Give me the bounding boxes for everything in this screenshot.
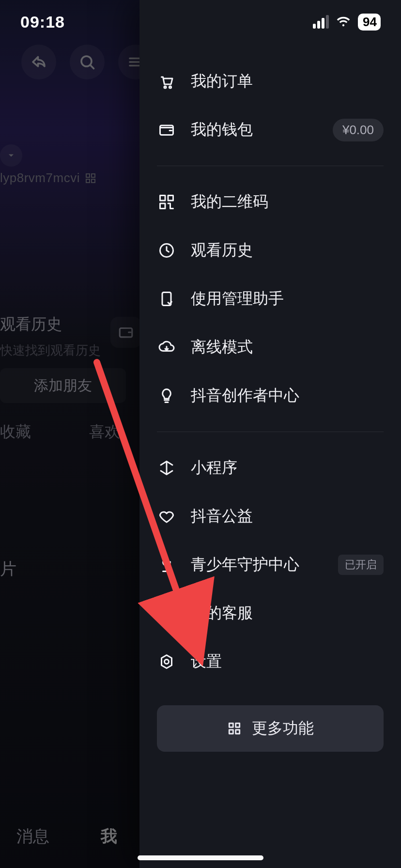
menu-mini-program[interactable]: 小程序 xyxy=(157,444,384,492)
menu-label: 抖音公益 xyxy=(191,506,384,527)
menu-label: 小程序 xyxy=(191,457,384,479)
divider xyxy=(157,166,384,166)
menu-usage-assistant[interactable]: 使用管理助手 xyxy=(157,275,384,323)
svg-rect-11 xyxy=(160,203,166,209)
menu-label: 我的二维码 xyxy=(191,191,384,213)
menu-label: 观看历史 xyxy=(191,240,384,261)
svg-rect-16 xyxy=(236,723,240,727)
grid-icon xyxy=(227,721,242,736)
svg-rect-18 xyxy=(236,730,240,734)
cart-icon xyxy=(157,72,176,91)
svg-point-7 xyxy=(169,86,171,88)
qrcode-icon xyxy=(157,192,176,212)
gear-icon xyxy=(157,652,176,671)
more-label: 更多功能 xyxy=(252,718,314,739)
wifi-icon xyxy=(336,13,351,31)
menu-offline-mode[interactable]: 离线模式 xyxy=(157,323,384,372)
sprout-icon xyxy=(157,555,176,574)
menu-label: 我的订单 xyxy=(191,71,384,92)
divider xyxy=(157,432,384,432)
battery-indicator: 94 xyxy=(358,14,381,31)
svg-point-14 xyxy=(165,660,169,664)
svg-point-6 xyxy=(164,86,166,88)
clock-icon xyxy=(157,241,176,260)
svg-rect-9 xyxy=(160,196,166,201)
menu-watch-history[interactable]: 观看历史 xyxy=(157,226,384,275)
menu-label: 抖音创作者中心 xyxy=(191,385,384,406)
side-drawer: 我的订单 我的钱包 ¥0.00 我的二维码 观看历史 使用管理助手 离线模式 抖… xyxy=(139,0,401,868)
signal-icon xyxy=(313,15,329,29)
menu-my-qrcode[interactable]: 我的二维码 xyxy=(157,178,384,226)
menu-my-wallet[interactable]: 我的钱包 ¥0.00 xyxy=(157,106,384,154)
lightbulb-icon xyxy=(157,386,176,405)
menu-label: 青少年守护中心 xyxy=(191,554,324,575)
menu-my-orders[interactable]: 我的订单 xyxy=(157,57,384,106)
status-time: 09:18 xyxy=(20,13,65,31)
miniapp-icon xyxy=(157,458,176,478)
svg-rect-15 xyxy=(229,723,233,727)
menu-label: 离线模式 xyxy=(191,337,384,358)
menu-settings[interactable]: 设置 xyxy=(157,637,384,686)
wallet-balance: ¥0.00 xyxy=(333,119,384,141)
home-indicator xyxy=(138,855,263,860)
menu-label: 我的客服 xyxy=(191,603,384,624)
heart-icon xyxy=(157,507,176,526)
phone-check-icon xyxy=(157,289,176,309)
wallet-icon xyxy=(157,120,176,140)
svg-rect-17 xyxy=(229,730,233,734)
more-functions-button[interactable]: 更多功能 xyxy=(157,705,384,752)
menu-label: 使用管理助手 xyxy=(191,288,384,310)
status-bar: 09:18 94 xyxy=(0,0,401,44)
cloud-download-icon xyxy=(157,338,176,357)
menu-youth-protection[interactable]: 青少年守护中心 已开启 xyxy=(157,541,384,589)
headset-icon xyxy=(157,604,176,623)
menu-label: 设置 xyxy=(191,651,384,672)
menu-creator-center[interactable]: 抖音创作者中心 xyxy=(157,372,384,420)
youth-status-tag: 已开启 xyxy=(338,555,384,575)
menu-charity[interactable]: 抖音公益 xyxy=(157,492,384,541)
menu-label: 我的钱包 xyxy=(191,119,318,140)
menu-customer-service[interactable]: 我的客服 xyxy=(157,589,384,637)
svg-rect-10 xyxy=(168,196,173,201)
